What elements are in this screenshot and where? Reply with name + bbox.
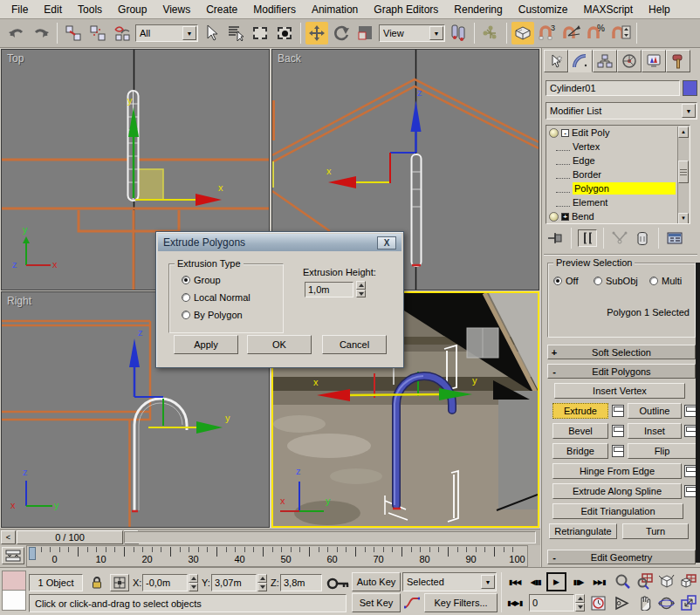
angle-snap-toggle-icon[interactable] bbox=[560, 22, 583, 44]
scroll-down-icon[interactable]: ▼ bbox=[678, 213, 689, 224]
radio-multi[interactable]: Multi bbox=[649, 276, 682, 286]
bind-to-spacewarp-icon[interactable] bbox=[111, 22, 134, 44]
x-spinner[interactable] bbox=[189, 574, 198, 591]
time-configuration-icon[interactable] bbox=[588, 593, 608, 612]
spline-settings-button[interactable] bbox=[684, 485, 697, 497]
hinge-from-edge-button[interactable]: Hinge From Edge bbox=[552, 463, 682, 479]
menu-item[interactable]: Views bbox=[154, 1, 198, 18]
redo-icon[interactable] bbox=[30, 22, 52, 44]
menu-item[interactable]: File bbox=[3, 1, 36, 18]
zoom-all-icon[interactable] bbox=[634, 571, 655, 591]
zoom-extents-icon[interactable] bbox=[655, 571, 677, 591]
tab-hierarchy[interactable] bbox=[593, 50, 617, 72]
radio-local-normal[interactable]: Local Normal bbox=[182, 292, 250, 303]
percent-snap-icon[interactable]: % bbox=[585, 22, 607, 44]
extrude-button[interactable]: Extrude bbox=[552, 403, 608, 419]
menu-item[interactable]: Help bbox=[641, 1, 678, 18]
key-filters-button[interactable]: Key Filters... bbox=[424, 593, 498, 612]
dropdown-arrow-icon[interactable]: ▼ bbox=[182, 26, 196, 40]
inset-settings-button[interactable] bbox=[684, 425, 697, 437]
dialog-close-icon[interactable]: X bbox=[377, 236, 396, 249]
outline-button[interactable]: Outline bbox=[628, 403, 682, 419]
angle-snap-icon[interactable]: 3 bbox=[536, 22, 559, 44]
z-coordinate-field[interactable] bbox=[280, 574, 322, 591]
edit-triangulation-button[interactable]: Edit Triangulation bbox=[552, 503, 683, 519]
menu-item[interactable]: Tools bbox=[70, 1, 110, 18]
bevel-settings-button[interactable] bbox=[612, 425, 624, 437]
select-and-manipulate-icon[interactable] bbox=[479, 22, 502, 44]
scroll-thumb[interactable] bbox=[678, 161, 689, 183]
dropdown-arrow-icon[interactable]: ▼ bbox=[429, 26, 443, 40]
stack-item-element[interactable]: Element bbox=[546, 195, 690, 209]
extrude-settings-button[interactable] bbox=[612, 405, 624, 417]
menu-item[interactable]: Edit bbox=[36, 1, 70, 18]
dropdown-arrow-icon[interactable]: ▼ bbox=[682, 104, 696, 118]
undo-icon[interactable] bbox=[5, 22, 28, 44]
new-key-tangent-icon[interactable] bbox=[402, 593, 422, 612]
ok-button[interactable]: OK bbox=[247, 335, 312, 354]
scroll-up-icon[interactable]: ▲ bbox=[678, 126, 689, 138]
arc-rotate-icon[interactable] bbox=[655, 592, 677, 613]
bridge-settings-button[interactable] bbox=[612, 445, 624, 457]
y-coordinate-field[interactable] bbox=[211, 574, 257, 591]
bridge-button[interactable]: Bridge bbox=[552, 443, 608, 459]
collapse-icon[interactable]: - bbox=[561, 129, 569, 137]
extrusion-height-field[interactable] bbox=[305, 282, 353, 297]
tab-motion[interactable] bbox=[617, 50, 642, 72]
radio-extrusion-group[interactable]: Group bbox=[182, 275, 221, 285]
hinge-settings-button[interactable] bbox=[684, 465, 697, 477]
select-and-move-icon[interactable] bbox=[305, 22, 328, 44]
tab-modify[interactable] bbox=[568, 50, 593, 72]
play-icon[interactable]: ▶ bbox=[546, 572, 566, 591]
bevel-button[interactable]: Bevel bbox=[552, 423, 608, 439]
zoom-icon[interactable] bbox=[612, 571, 634, 591]
select-and-rotate-icon[interactable] bbox=[330, 22, 353, 44]
select-and-link-icon[interactable] bbox=[62, 22, 85, 44]
field-of-view-icon[interactable] bbox=[612, 592, 634, 613]
outline-settings-button[interactable] bbox=[684, 405, 697, 417]
cancel-button[interactable]: Cancel bbox=[322, 335, 387, 354]
tab-display[interactable] bbox=[642, 50, 666, 72]
menu-item[interactable]: Create bbox=[198, 1, 245, 18]
menu-item[interactable]: Rendering bbox=[446, 1, 510, 18]
select-and-scale-icon[interactable] bbox=[354, 22, 377, 44]
expand-icon[interactable]: + bbox=[561, 213, 569, 221]
selection-region-icon[interactable] bbox=[249, 22, 271, 44]
object-color-swatch[interactable] bbox=[683, 80, 697, 96]
menu-item[interactable]: Customize bbox=[511, 1, 576, 18]
next-frame-icon[interactable]: ▮▮▶ bbox=[568, 572, 588, 591]
retriangulate-button[interactable]: Retriangulate bbox=[549, 523, 617, 539]
rollout-edit-polygons[interactable]: - Edit Polygons bbox=[547, 364, 696, 379]
configure-modifier-sets-icon[interactable] bbox=[665, 229, 684, 247]
apply-button[interactable]: Apply bbox=[174, 335, 238, 354]
dropdown-arrow-icon[interactable]: ▼ bbox=[481, 575, 495, 589]
inset-button[interactable]: Inset bbox=[628, 423, 682, 439]
insert-vertex-button[interactable]: Insert Vertex bbox=[554, 383, 685, 399]
extrusion-height-spinner[interactable] bbox=[356, 281, 366, 297]
object-name-field[interactable] bbox=[546, 80, 680, 96]
menu-item[interactable]: Modifiers bbox=[245, 1, 304, 18]
turn-button[interactable]: Turn bbox=[622, 523, 689, 539]
zoom-extents-all-icon[interactable] bbox=[677, 571, 699, 591]
selected-filter-dropdown[interactable]: Selected ▼ bbox=[402, 572, 497, 591]
reference-coordinate-dropdown[interactable]: View ▼ bbox=[379, 24, 445, 42]
menu-item[interactable]: Animation bbox=[304, 1, 366, 18]
pan-hand-icon[interactable] bbox=[634, 592, 655, 613]
auto-key-button[interactable]: Auto Key bbox=[352, 572, 401, 591]
visibility-bulb-icon[interactable] bbox=[549, 212, 559, 222]
stack-item-bend[interactable]: + Bend bbox=[546, 209, 690, 223]
frame-spinner[interactable] bbox=[575, 594, 585, 612]
maximize-viewport-icon[interactable] bbox=[677, 592, 699, 613]
time-slider-track[interactable] bbox=[124, 531, 536, 543]
x-coordinate-field[interactable] bbox=[142, 574, 188, 591]
go-to-end-icon[interactable]: ▶▶▮ bbox=[589, 572, 609, 591]
menu-item[interactable]: Graph Editors bbox=[366, 1, 446, 18]
tab-utilities[interactable] bbox=[666, 50, 690, 72]
unlink-icon[interactable] bbox=[86, 22, 109, 44]
absolute-mode-icon[interactable] bbox=[110, 574, 129, 591]
selection-lock-icon[interactable] bbox=[87, 574, 106, 591]
select-by-name-icon[interactable] bbox=[224, 22, 247, 44]
listener-macro-row[interactable] bbox=[2, 571, 26, 591]
dialog-titlebar[interactable]: Extrude Polygons X bbox=[158, 234, 401, 251]
extrude-along-spline-button[interactable]: Extrude Along Spline bbox=[552, 483, 682, 499]
